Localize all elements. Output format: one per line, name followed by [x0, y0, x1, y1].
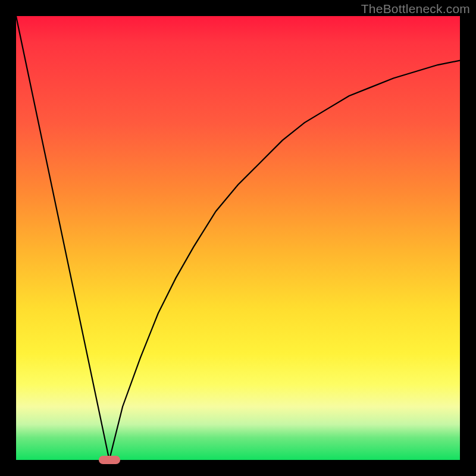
- chart-frame: TheBottleneck.com: [0, 0, 476, 476]
- chart-series-path: [16, 16, 460, 460]
- watermark-text: TheBottleneck.com: [361, 2, 470, 16]
- chart-marker: [99, 456, 120, 464]
- chart-curve-layer: [16, 16, 460, 460]
